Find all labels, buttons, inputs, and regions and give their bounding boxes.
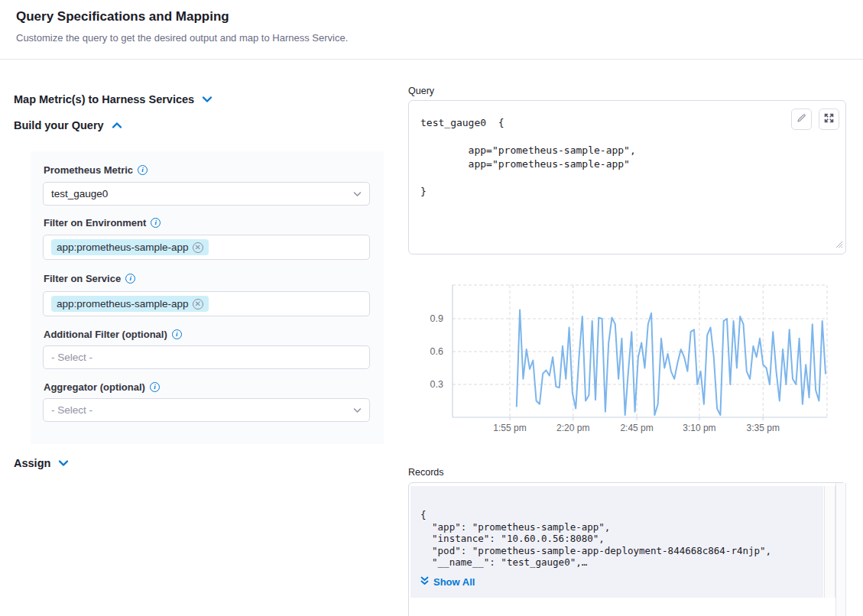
additional-filter-input[interactable]: - Select - [43,345,370,369]
aggregator-label: Aggregator (optional) i [44,381,160,393]
page-subtitle: Customize the query to get the desired o… [16,32,348,44]
prometheus-metric-value: test_gauge0 [51,188,108,199]
chevron-up-icon [112,122,122,129]
filter-env-tag: app:prometheus-sample-app ✕ [51,239,209,255]
svg-text:0.9: 0.9 [430,313,443,324]
prometheus-metric-select[interactable]: test_gauge0 [43,182,370,206]
svg-text:2:20 pm: 2:20 pm [556,423,589,433]
filter-env-label: Filter on Environment i [44,217,161,229]
info-icon[interactable]: i [172,329,182,339]
query-label: Query [408,86,434,96]
pencil-icon [796,112,806,126]
section-map-metrics[interactable]: Map Metric(s) to Harness Services [14,93,213,105]
filter-service-tag: app:prometheus-sample-app ✕ [51,296,209,312]
section-build-query-label: Build your Query [14,119,104,131]
aggregator-select[interactable]: - Select - [43,398,370,422]
tag-close-icon[interactable]: ✕ [193,299,203,310]
chevron-down-icon [202,96,213,103]
section-build-query[interactable]: Build your Query [14,119,122,131]
query-editor[interactable]: test_gauge0 { app="prometheus-sample-app… [408,100,846,255]
records-outer-scrollbar[interactable] [835,483,846,616]
edit-query-button[interactable] [791,109,812,130]
info-icon[interactable]: i [138,165,148,175]
expand-query-button[interactable] [819,109,839,130]
svg-text:1:55 pm: 1:55 pm [493,423,526,433]
info-icon[interactable]: i [151,218,161,228]
records-box: { "app": "prometheus-sample-app", "insta… [408,482,846,616]
query-code: test_gauge0 { app="prometheus-sample-app… [420,116,636,199]
tag-close-icon[interactable]: ✕ [193,242,203,253]
line-chart: 0.30.60.91:55 pm2:20 pm2:45 pm3:10 pm3:3… [408,281,833,439]
metric-preview-chart: 0.30.60.91:55 pm2:20 pm2:45 pm3:10 pm3:3… [408,281,833,439]
additional-filter-label: Additional Filter (optional) i [44,329,182,340]
svg-text:0.3: 0.3 [430,379,443,390]
records-panel: { "app": "prometheus-sample-app", "insta… [410,486,823,598]
filter-env-input[interactable]: app:prometheus-sample-app ✕ [43,235,370,260]
section-map-metrics-label: Map Metric(s) to Harness Services [14,93,194,105]
show-all-link[interactable]: Show All [420,576,475,588]
header-divider [0,59,863,60]
info-icon[interactable]: i [150,382,160,392]
double-chevron-down-icon [420,576,429,588]
records-label: Records [408,467,444,478]
resize-handle[interactable] [835,238,843,251]
chevron-down-icon [353,404,362,416]
svg-text:0.6: 0.6 [430,346,443,357]
svg-text:3:35 pm: 3:35 pm [747,423,780,433]
filter-service-label: Filter on Service i [44,273,135,284]
info-icon[interactable]: i [125,274,135,284]
fullscreen-icon [824,112,834,126]
records-inner-scrollbar[interactable] [824,486,835,598]
svg-text:2:45 pm: 2:45 pm [620,423,653,433]
chevron-down-icon [58,459,69,467]
chevron-down-icon [353,188,362,199]
record-json: { "app": "prometheus-sample-app", "insta… [420,509,771,569]
prometheus-metric-label: Prometheus Metric i [44,164,148,176]
filter-service-input[interactable]: app:prometheus-sample-app ✕ [43,291,370,316]
section-assign[interactable]: Assign [14,457,69,469]
section-assign-label: Assign [14,457,50,469]
svg-text:3:10 pm: 3:10 pm [683,423,715,433]
page-title: Query Specifications and Mapping [16,9,229,24]
